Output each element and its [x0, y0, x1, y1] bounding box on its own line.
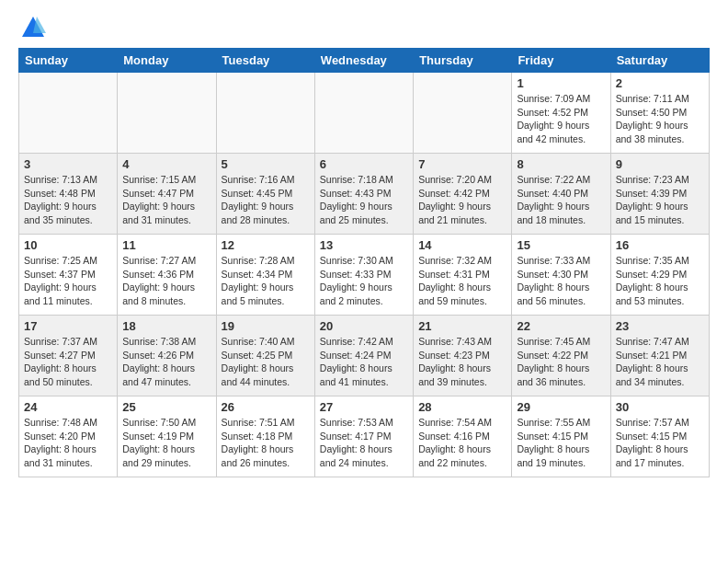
day-info: Sunrise: 7:54 AM Sunset: 4:16 PM Dayligh… — [418, 416, 506, 470]
calendar-week-row: 24Sunrise: 7:48 AM Sunset: 4:20 PM Dayli… — [19, 396, 710, 477]
calendar-cell: 4Sunrise: 7:15 AM Sunset: 4:47 PM Daylig… — [118, 154, 216, 235]
day-info: Sunrise: 7:11 AM Sunset: 4:50 PM Dayligh… — [616, 92, 704, 146]
day-number: 25 — [122, 400, 210, 414]
logo — [18, 15, 46, 40]
col-header-saturday: Saturday — [610, 49, 709, 73]
calendar-cell: 15Sunrise: 7:33 AM Sunset: 4:30 PM Dayli… — [512, 235, 610, 316]
svg-marker-1 — [33, 17, 46, 33]
day-info: Sunrise: 7:09 AM Sunset: 4:52 PM Dayligh… — [517, 92, 605, 146]
calendar-cell: 11Sunrise: 7:27 AM Sunset: 4:36 PM Dayli… — [118, 235, 216, 316]
calendar-table: SundayMondayTuesdayWednesdayThursdayFrid… — [18, 48, 710, 477]
calendar-cell: 10Sunrise: 7:25 AM Sunset: 4:37 PM Dayli… — [19, 235, 118, 316]
day-info: Sunrise: 7:57 AM Sunset: 4:15 PM Dayligh… — [616, 416, 704, 470]
day-info: Sunrise: 7:32 AM Sunset: 4:31 PM Dayligh… — [418, 254, 506, 308]
calendar-cell: 12Sunrise: 7:28 AM Sunset: 4:34 PM Dayli… — [216, 235, 314, 316]
calendar-cell: 6Sunrise: 7:18 AM Sunset: 4:43 PM Daylig… — [314, 154, 413, 235]
calendar-cell: 21Sunrise: 7:43 AM Sunset: 4:23 PM Dayli… — [414, 316, 512, 396]
day-number: 27 — [320, 400, 408, 414]
calendar-cell: 22Sunrise: 7:45 AM Sunset: 4:22 PM Dayli… — [512, 316, 610, 396]
calendar-cell: 19Sunrise: 7:40 AM Sunset: 4:25 PM Dayli… — [216, 316, 314, 396]
day-number: 21 — [418, 319, 506, 333]
calendar-cell: 7Sunrise: 7:20 AM Sunset: 4:42 PM Daylig… — [414, 154, 512, 235]
col-header-wednesday: Wednesday — [314, 49, 413, 73]
day-info: Sunrise: 7:45 AM Sunset: 4:22 PM Dayligh… — [517, 335, 605, 389]
day-number: 23 — [616, 319, 704, 333]
col-header-sunday: Sunday — [19, 49, 118, 73]
calendar-cell — [216, 73, 314, 154]
calendar-cell — [314, 73, 413, 154]
day-number: 3 — [24, 157, 112, 171]
calendar-cell: 3Sunrise: 7:13 AM Sunset: 4:48 PM Daylig… — [19, 154, 118, 235]
calendar-cell: 17Sunrise: 7:37 AM Sunset: 4:27 PM Dayli… — [19, 316, 118, 396]
day-info: Sunrise: 7:13 AM Sunset: 4:48 PM Dayligh… — [24, 173, 112, 227]
col-header-thursday: Thursday — [414, 49, 512, 73]
day-info: Sunrise: 7:33 AM Sunset: 4:30 PM Dayligh… — [517, 254, 605, 308]
calendar-week-row: 1Sunrise: 7:09 AM Sunset: 4:52 PM Daylig… — [19, 73, 710, 154]
calendar-cell — [19, 73, 118, 154]
day-info: Sunrise: 7:51 AM Sunset: 4:18 PM Dayligh… — [222, 416, 310, 470]
day-number: 6 — [320, 157, 408, 171]
day-info: Sunrise: 7:48 AM Sunset: 4:20 PM Dayligh… — [24, 416, 112, 470]
day-info: Sunrise: 7:35 AM Sunset: 4:29 PM Dayligh… — [616, 254, 704, 308]
day-info: Sunrise: 7:16 AM Sunset: 4:45 PM Dayligh… — [222, 173, 310, 227]
day-number: 14 — [418, 238, 506, 252]
col-header-tuesday: Tuesday — [216, 49, 314, 73]
calendar-cell: 20Sunrise: 7:42 AM Sunset: 4:24 PM Dayli… — [314, 316, 413, 396]
day-number: 16 — [616, 238, 704, 252]
day-info: Sunrise: 7:30 AM Sunset: 4:33 PM Dayligh… — [320, 254, 408, 308]
calendar-header-row: SundayMondayTuesdayWednesdayThursdayFrid… — [19, 49, 710, 73]
day-number: 30 — [616, 400, 704, 414]
page: SundayMondayTuesdayWednesdayThursdayFrid… — [0, 0, 728, 487]
calendar-cell: 13Sunrise: 7:30 AM Sunset: 4:33 PM Dayli… — [314, 235, 413, 316]
day-info: Sunrise: 7:15 AM Sunset: 4:47 PM Dayligh… — [122, 173, 210, 227]
day-number: 7 — [418, 157, 506, 171]
calendar-cell: 2Sunrise: 7:11 AM Sunset: 4:50 PM Daylig… — [610, 73, 709, 154]
calendar-cell: 26Sunrise: 7:51 AM Sunset: 4:18 PM Dayli… — [216, 396, 314, 477]
calendar-cell: 27Sunrise: 7:53 AM Sunset: 4:17 PM Dayli… — [314, 396, 413, 477]
calendar-cell: 30Sunrise: 7:57 AM Sunset: 4:15 PM Dayli… — [610, 396, 709, 477]
day-number: 8 — [517, 157, 605, 171]
day-number: 29 — [517, 400, 605, 414]
day-number: 11 — [122, 238, 210, 252]
calendar-cell: 5Sunrise: 7:16 AM Sunset: 4:45 PM Daylig… — [216, 154, 314, 235]
day-number: 20 — [320, 319, 408, 333]
day-number: 24 — [24, 400, 112, 414]
calendar-cell: 25Sunrise: 7:50 AM Sunset: 4:19 PM Dayli… — [118, 396, 216, 477]
day-info: Sunrise: 7:43 AM Sunset: 4:23 PM Dayligh… — [418, 335, 506, 389]
col-header-monday: Monday — [118, 49, 216, 73]
calendar-cell: 1Sunrise: 7:09 AM Sunset: 4:52 PM Daylig… — [512, 73, 610, 154]
calendar-cell: 14Sunrise: 7:32 AM Sunset: 4:31 PM Dayli… — [414, 235, 512, 316]
calendar-cell: 23Sunrise: 7:47 AM Sunset: 4:21 PM Dayli… — [610, 316, 709, 396]
day-number: 5 — [222, 157, 310, 171]
calendar-week-row: 17Sunrise: 7:37 AM Sunset: 4:27 PM Dayli… — [19, 316, 710, 396]
day-info: Sunrise: 7:27 AM Sunset: 4:36 PM Dayligh… — [122, 254, 210, 308]
calendar-week-row: 10Sunrise: 7:25 AM Sunset: 4:37 PM Dayli… — [19, 235, 710, 316]
day-number: 28 — [418, 400, 506, 414]
day-info: Sunrise: 7:40 AM Sunset: 4:25 PM Dayligh… — [222, 335, 310, 389]
day-number: 18 — [122, 319, 210, 333]
day-number: 4 — [122, 157, 210, 171]
day-number: 19 — [222, 319, 310, 333]
day-number: 10 — [24, 238, 112, 252]
day-number: 17 — [24, 319, 112, 333]
calendar-cell: 29Sunrise: 7:55 AM Sunset: 4:15 PM Dayli… — [512, 396, 610, 477]
calendar-cell: 8Sunrise: 7:22 AM Sunset: 4:40 PM Daylig… — [512, 154, 610, 235]
day-info: Sunrise: 7:20 AM Sunset: 4:42 PM Dayligh… — [418, 173, 506, 227]
day-info: Sunrise: 7:50 AM Sunset: 4:19 PM Dayligh… — [122, 416, 210, 470]
calendar-cell: 9Sunrise: 7:23 AM Sunset: 4:39 PM Daylig… — [610, 154, 709, 235]
day-info: Sunrise: 7:42 AM Sunset: 4:24 PM Dayligh… — [320, 335, 408, 389]
logo-icon — [20, 15, 46, 40]
day-number: 15 — [517, 238, 605, 252]
day-number: 1 — [517, 76, 605, 90]
calendar-cell: 18Sunrise: 7:38 AM Sunset: 4:26 PM Dayli… — [118, 316, 216, 396]
day-info: Sunrise: 7:18 AM Sunset: 4:43 PM Dayligh… — [320, 173, 408, 227]
calendar-cell — [414, 73, 512, 154]
calendar-week-row: 3Sunrise: 7:13 AM Sunset: 4:48 PM Daylig… — [19, 154, 710, 235]
day-number: 13 — [320, 238, 408, 252]
day-info: Sunrise: 7:38 AM Sunset: 4:26 PM Dayligh… — [122, 335, 210, 389]
calendar-cell: 28Sunrise: 7:54 AM Sunset: 4:16 PM Dayli… — [414, 396, 512, 477]
day-info: Sunrise: 7:37 AM Sunset: 4:27 PM Dayligh… — [24, 335, 112, 389]
day-info: Sunrise: 7:55 AM Sunset: 4:15 PM Dayligh… — [517, 416, 605, 470]
calendar-cell: 24Sunrise: 7:48 AM Sunset: 4:20 PM Dayli… — [19, 396, 118, 477]
day-number: 26 — [222, 400, 310, 414]
